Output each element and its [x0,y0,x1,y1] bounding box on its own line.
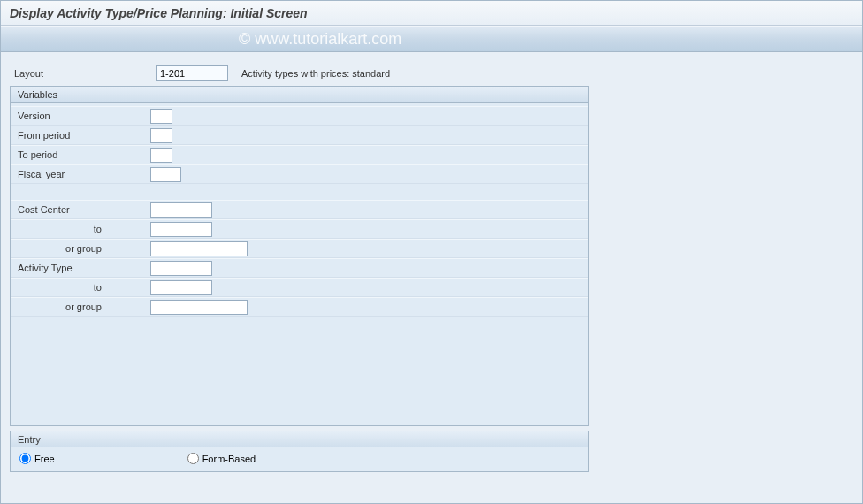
activity-type-group-label: or group [11,302,150,312]
cost-center-to-input[interactable] [150,222,212,237]
entry-free-radio[interactable] [19,453,31,464]
entry-panel-header: Entry [11,431,588,447]
fiscal-year-row: Fiscal year [11,164,588,184]
entry-panel: Entry Free Form-Based [10,431,589,472]
activity-type-group-row: or group [11,297,588,317]
fiscal-year-input[interactable] [150,167,181,182]
layout-description: Activity types with prices: standard [241,68,390,79]
cost-center-group-label: or group [11,243,150,254]
layout-label: Layout [10,68,156,79]
to-period-row: To period [11,145,588,164]
from-period-row: From period [11,126,588,145]
toolbar [1,26,862,52]
entry-panel-body: Free Form-Based [11,447,588,471]
to-period-label: To period [11,149,150,160]
variables-panel: Variables Version From period To period … [10,86,589,426]
entry-form-based-label: Form-Based [202,454,256,464]
from-period-label: From period [11,130,150,141]
entry-free-label: Free [34,454,55,464]
activity-type-row: Activity Type [11,258,588,278]
cost-center-row: Cost Center [11,200,588,219]
cost-center-to-label: to [11,224,150,234]
version-input[interactable] [150,109,172,124]
cost-center-group-input[interactable] [150,241,248,256]
activity-type-group-input[interactable] [150,300,248,315]
activity-type-to-row: to [11,278,588,297]
version-label: Version [11,111,150,121]
entry-form-based-option: Form-Based [187,453,256,464]
cost-center-label: Cost Center [11,204,150,215]
activity-type-to-label: to [11,282,150,293]
to-period-input[interactable] [150,148,172,163]
activity-type-label: Activity Type [11,263,150,273]
layout-row: Layout Activity types with prices: stand… [10,65,853,81]
cost-center-input[interactable] [150,202,212,218]
spacer [11,184,588,200]
variables-panel-header: Variables [11,87,588,103]
page-title: Display Activity Type/Price Planning: In… [10,6,308,20]
activity-type-input[interactable] [150,261,212,276]
title-bar: Display Activity Type/Price Planning: In… [1,1,862,26]
cost-center-group-row: or group [11,239,588,258]
activity-type-to-input[interactable] [150,280,212,295]
cost-center-to-row: to [11,219,588,239]
entry-free-option: Free [19,453,55,464]
layout-input[interactable] [156,65,228,81]
fiscal-year-label: Fiscal year [11,169,150,179]
version-row: Version [11,106,588,126]
from-period-input[interactable] [150,128,172,143]
variables-panel-body: Version From period To period Fiscal yea… [11,103,588,317]
main-window: Display Activity Type/Price Planning: In… [0,0,863,504]
entry-form-based-radio[interactable] [187,453,199,464]
content-area: Layout Activity types with prices: stand… [1,52,862,481]
